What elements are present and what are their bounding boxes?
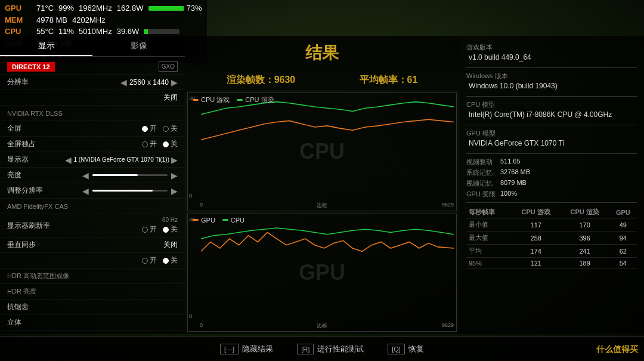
hud-gpu-pct: 73%	[187, 2, 202, 14]
result-header: 结果	[185, 36, 459, 70]
hdr-bright-label: HDR 亮度	[7, 287, 178, 296]
restore-btn[interactable]: [Q] 恢复	[388, 344, 424, 354]
exclusive-on[interactable]: 开	[142, 139, 157, 149]
hdr-radio: 开 关	[142, 255, 178, 266]
resolution-value: 2560 x 1440	[129, 78, 169, 87]
run-test-btn[interactable]: [R] 进行性能测试	[297, 344, 364, 354]
hdr-on[interactable]: 开	[142, 255, 157, 266]
fullscreen-on[interactable]: 开	[142, 124, 157, 134]
gxo-badge: GXO	[159, 61, 178, 72]
res-left-arrow[interactable]: ◀	[120, 78, 127, 87]
hud-cpu-bar	[144, 29, 179, 34]
setting-fullscreen: 全屏 开 关	[0, 121, 185, 137]
vsync-label: 垂直同步	[7, 240, 163, 250]
adj-res-label: 调整分辨率	[7, 186, 82, 196]
res-right-arrow[interactable]: ▶	[171, 78, 178, 87]
chart2-svg	[201, 217, 454, 267]
restore-label: 恢复	[408, 344, 424, 354]
row-gpu: 94	[609, 232, 637, 245]
monitor-right[interactable]: ▶	[171, 155, 178, 165]
brightness-track[interactable]	[92, 174, 168, 176]
gpu-model-label: GPU 模型	[466, 129, 637, 138]
hdr-off[interactable]: 关	[163, 255, 178, 266]
amd-cas-label: AMD FidelityFX CAS	[7, 203, 178, 210]
adjres-track[interactable]	[92, 190, 168, 192]
hud-cpu-bar-wrap	[144, 29, 179, 34]
chart-cpu-legend: CPU 游戏 CPU 渲染	[193, 95, 274, 104]
gpu-section: GPU 模型 NVIDIA GeForce GTX 1070 Ti	[466, 129, 637, 147]
exclusive-on-circle	[142, 141, 148, 147]
resolution-label: 分辨率	[7, 77, 120, 87]
tab-image[interactable]: 影像	[92, 36, 185, 56]
col-cpu-render: CPU 渲染	[561, 206, 609, 218]
refresh-off[interactable]: 关	[163, 224, 178, 235]
fullscreen-radio: 开 关	[142, 124, 178, 134]
results-panel: 结果 渲染帧数：9630 平均帧率：61 CPU 游戏 CPU 渲染	[185, 36, 459, 334]
hud-mem-row: MEM 4978 MB 4202MHz	[5, 14, 202, 26]
chart2-y-min: 0	[189, 313, 195, 319]
hud-gpu-usage: 99%	[58, 2, 74, 14]
setting-directx: DIRECTX 12 GXO	[0, 59, 185, 75]
chart1-x-start: 0	[200, 202, 203, 209]
gpu-dot	[193, 219, 199, 221]
row-cpu-render: 189	[561, 258, 609, 269]
row-label: 最大值	[466, 232, 512, 245]
chart2-x-start: 0	[200, 322, 203, 330]
avg-fps-display: 平均帧率：61	[360, 75, 418, 85]
chart1-x-end: 9629	[442, 202, 454, 209]
res-close-label: 关闭	[163, 92, 178, 103]
table-row: 最小值 117 170 49	[466, 218, 637, 232]
tab-display[interactable]: 显示	[0, 36, 92, 56]
result-stats-bar: 渲染帧数：9630 平均帧率：61	[185, 70, 459, 90]
row-cpu-game: 258	[512, 232, 561, 245]
windows-label: Windows 版本	[466, 72, 637, 81]
setting-stereo: 立体	[0, 315, 185, 331]
legend-cpu-game: CPU 游戏	[193, 95, 230, 104]
monitor-left[interactable]: ◀	[65, 155, 72, 165]
divider-1	[466, 67, 637, 68]
test-label: 进行性能测试	[317, 344, 364, 354]
hud-gpu-row: GPU 71°C 99% 1962MHz 162.8W 73%	[5, 2, 202, 14]
chart1-y-min: 0	[189, 193, 195, 199]
exclusive-radio: 开 关	[142, 139, 178, 149]
test-key: [R]	[297, 344, 314, 354]
chart2-yaxis: 30 0	[189, 214, 195, 322]
hud-mem-val2: 4202MHz	[72, 14, 106, 26]
divider-4	[466, 153, 637, 154]
gpu-limit-label: GPU 受限	[466, 190, 496, 199]
refresh-on[interactable]: 开	[142, 224, 157, 235]
hide-results-btn[interactable]: [—] 隐藏结果	[220, 344, 273, 354]
setting-dlss: NVIDIA RTX DLSS	[0, 106, 185, 121]
fullscreen-off-circle	[163, 126, 169, 132]
cpu-model-value: Intel(R) Core(TM) i7-8086K CPU @ 4.00GHz	[466, 110, 637, 119]
hud-gpu-label: GPU	[5, 2, 32, 14]
adjres-fill	[92, 190, 153, 192]
avg-fps-stat: 平均帧率：61	[360, 74, 418, 87]
table-row: 最大值 258 396 94	[466, 232, 637, 245]
bright-right[interactable]: ▶	[171, 171, 178, 180]
left-settings-panel: 显示 影像 DIRECTX 12 GXO 分辨率 ◀ 2560 x 1440 ▶…	[0, 36, 185, 334]
cpu2-dot	[222, 219, 228, 221]
right-info-panel: 游戏版本 v1.0 build 449.0_64 Windows 版本 Wind…	[459, 36, 644, 334]
monitor-value: 1 (NVIDIA GeForce GTX 1070 Ti(1))	[73, 156, 169, 163]
hdr-off-circle	[163, 258, 169, 264]
dlss-label: NVIDIA RTX DLSS	[7, 110, 178, 117]
exclusive-off[interactable]: 关	[163, 139, 178, 149]
row-label: 平均	[466, 245, 512, 258]
chart1-xaxis: 0 边框 9629	[200, 202, 454, 209]
chart-cpu: CPU 游戏 CPU 渲染 CPU 30 0 0 边框	[187, 92, 457, 211]
cpu-section: CPU 模型 Intel(R) Core(TM) i7-8086K CPU @ …	[466, 100, 637, 119]
row-cpu-render: 396	[561, 232, 609, 245]
gpu-limit-value: 100%	[500, 190, 637, 199]
setting-hdr-brightness: HDR 亮度	[0, 284, 185, 300]
setting-brightness: 亮度 ◀ ▶	[0, 168, 185, 183]
windows-section: Windows 版本 Windows 10.0 (build 19043)	[466, 72, 637, 90]
adjres-left[interactable]: ◀	[82, 186, 89, 196]
hud-gpu-clock: 1962MHz	[79, 2, 112, 14]
row-gpu: 54	[609, 258, 637, 269]
row-gpu: 49	[609, 218, 637, 232]
monitor-label: 显示器	[7, 155, 65, 165]
fullscreen-off[interactable]: 关	[163, 124, 178, 134]
adjres-right[interactable]: ▶	[171, 186, 178, 196]
bright-left[interactable]: ◀	[82, 171, 89, 180]
